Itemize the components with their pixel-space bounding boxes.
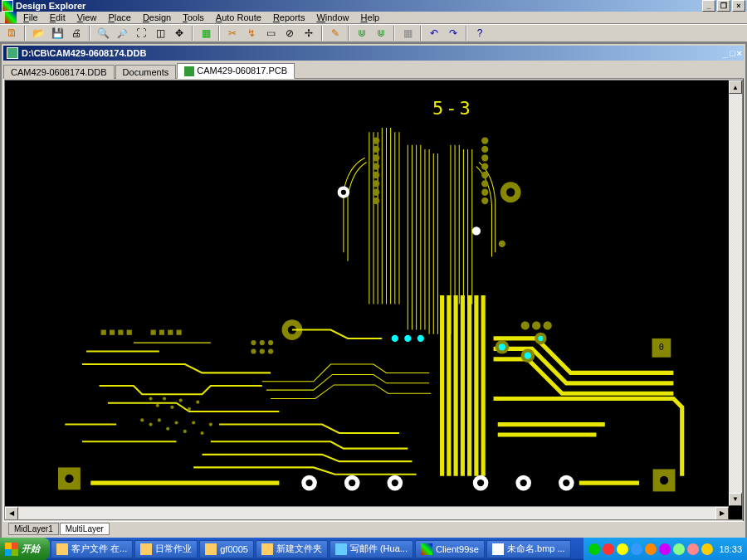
grid-icon[interactable]: ▦ (399, 25, 416, 41)
svg-point-37 (481, 197, 488, 204)
print-icon[interactable]: 🖨 (68, 25, 85, 41)
menu-autoroute[interactable]: Auto Route (211, 12, 266, 23)
drc-icon[interactable]: ✎ (327, 25, 344, 41)
app-title: Design Explorer (16, 1, 702, 11)
layer2-icon[interactable]: ⋓ (373, 25, 389, 41)
svg-point-42 (472, 226, 481, 235)
svg-point-69 (179, 398, 183, 402)
menu-place[interactable]: Place (103, 12, 136, 23)
zoom-fit-icon[interactable]: ⛶ (133, 25, 149, 41)
menu-file[interactable]: File (18, 12, 43, 23)
tray-icon[interactable] (701, 543, 713, 555)
svg-point-34 (481, 172, 488, 178)
save-icon[interactable]: 💾 (49, 25, 66, 41)
svg-point-112 (260, 348, 265, 353)
svg-point-27 (373, 180, 379, 187)
tray-icon[interactable] (631, 543, 642, 555)
rect-select-icon[interactable]: ▭ (262, 25, 279, 41)
taskbar-button[interactable]: 未命名.bmp ... (486, 540, 571, 558)
scroll-down-button[interactable]: ▼ (729, 493, 742, 506)
svg-point-75 (166, 427, 169, 431)
svg-point-22 (373, 137, 379, 144)
svg-point-77 (183, 430, 187, 433)
scroll-left-button[interactable]: ◀ (5, 507, 18, 520)
open-icon[interactable]: 📂 (30, 25, 46, 41)
taskbar-button[interactable]: 日常作业 (134, 540, 198, 558)
tray-icon[interactable] (645, 543, 657, 555)
scroll-up-button[interactable]: ▲ (729, 80, 742, 94)
svg-point-110 (268, 340, 273, 345)
system-tray: 18:33 (583, 538, 747, 560)
start-button[interactable]: 开始 (0, 538, 50, 560)
tray-icon[interactable] (659, 543, 671, 555)
menu-edit[interactable]: Edit (45, 12, 71, 23)
taskbar-clock[interactable]: 18:33 (719, 544, 742, 554)
menu-design[interactable]: Design (138, 12, 176, 23)
taskbar-button[interactable]: 客户文件 在... (51, 540, 133, 558)
zoom-out-icon[interactable]: 🔎 (114, 25, 130, 41)
svg-point-74 (158, 418, 161, 421)
svg-point-100 (520, 480, 527, 486)
svg-point-82 (499, 343, 505, 350)
taskbar-button[interactable]: 写邮件 (Hua... (330, 540, 413, 558)
svg-point-92 (305, 480, 312, 486)
pcb-canvas[interactable]: 5-3 (5, 80, 742, 519)
svg-point-72 (140, 418, 144, 421)
minimize-button[interactable]: _ (702, 0, 715, 12)
svg-point-79 (200, 431, 203, 435)
pan-icon[interactable]: ✥ (171, 25, 188, 41)
svg-point-31 (481, 146, 488, 153)
svg-point-25 (373, 163, 379, 170)
tray-icon[interactable] (588, 543, 600, 555)
svg-rect-61 (151, 330, 156, 335)
undo-icon[interactable]: ↶ (426, 25, 442, 41)
layer-tab-midlayer1[interactable]: MidLayer1 (8, 523, 59, 535)
pcb-board-text: 5-3 (432, 98, 473, 119)
tab-documents[interactable]: Documents (115, 65, 177, 79)
taskbar-button[interactable]: 新建文件夹 (256, 540, 328, 558)
tree-icon[interactable]: 🖺 (3, 25, 20, 41)
svg-text:0: 0 (662, 475, 666, 485)
zoom-region-icon[interactable]: ◫ (152, 25, 168, 41)
layer-tab-multilayer[interactable]: MultiLayer (60, 523, 110, 535)
layer1-icon[interactable]: ⋓ (354, 25, 370, 41)
menu-help[interactable]: Help (356, 12, 385, 23)
zoom-in-icon[interactable]: 🔍 (95, 25, 111, 41)
move-icon[interactable]: ✢ (300, 25, 317, 41)
tab-pcb[interactable]: CAM429-060817.PCB (177, 63, 295, 79)
menu-reports[interactable]: Reports (268, 12, 310, 23)
tray-icon[interactable] (603, 543, 614, 555)
menubar: File Edit View Place Design Tools Auto R… (0, 12, 747, 24)
route-icon[interactable]: ↯ (243, 25, 260, 41)
menu-view[interactable]: View (72, 12, 102, 23)
doc-minimize-button[interactable]: _ (723, 48, 728, 58)
close-button[interactable]: × (732, 0, 745, 12)
vertical-scrollbar[interactable]: ▲ ▼ (729, 80, 742, 506)
svg-point-94 (349, 480, 355, 486)
svg-point-70 (188, 407, 191, 411)
svg-rect-58 (110, 330, 115, 335)
taskbar-button[interactable]: gf0005 (199, 540, 254, 558)
maximize-button[interactable]: ❐ (717, 0, 730, 12)
svg-point-111 (251, 348, 256, 353)
deselect-icon[interactable]: ⊘ (281, 25, 298, 41)
menu-tools[interactable]: Tools (178, 12, 209, 23)
svg-point-36 (481, 189, 488, 196)
tab-ddb[interactable]: CAM429-0608174.DDB (3, 65, 115, 79)
tray-icon[interactable] (687, 543, 699, 555)
svg-point-85 (392, 335, 398, 342)
taskbar-button[interactable]: Client99se (415, 540, 485, 558)
tray-icon[interactable] (673, 543, 685, 555)
doc-close-button[interactable]: × (737, 48, 742, 58)
redo-icon[interactable]: ↷ (445, 25, 461, 41)
horizontal-scrollbar[interactable]: ◀ ▶ (5, 506, 729, 519)
svg-point-71 (196, 401, 199, 404)
menu-window[interactable]: Window (311, 12, 354, 23)
cut-icon[interactable]: ✂ (224, 25, 241, 41)
doc-maximize-button[interactable]: □ (730, 48, 735, 58)
tray-icon[interactable] (617, 543, 628, 555)
layer-tabs: MidLayer1 MultiLayer (3, 521, 744, 536)
scroll-right-button[interactable]: ▶ (715, 507, 729, 520)
select-icon[interactable]: ▦ (198, 25, 214, 41)
help-icon[interactable]: ? (471, 25, 488, 41)
